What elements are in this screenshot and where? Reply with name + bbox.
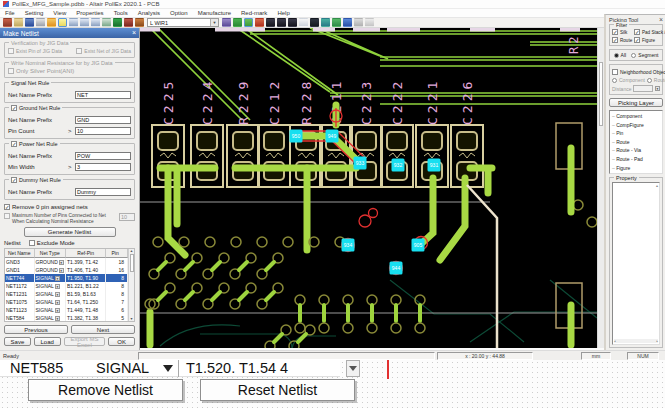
fill-color-icon[interactable] <box>47 18 56 27</box>
menu-analysis[interactable]: Analysis <box>133 9 165 17</box>
display-teal-icon[interactable] <box>321 18 330 27</box>
via[interactable]: 950 <box>290 130 303 143</box>
net-type-dropdown-icon[interactable]: ▾ <box>59 260 64 265</box>
picking-list-item[interactable]: Figure <box>612 164 662 173</box>
photo-view-icon[interactable] <box>135 18 144 27</box>
reset-netlist-button[interactable]: Reset Netlist <box>200 379 355 401</box>
picking-list-item[interactable]: Pin <box>612 129 662 138</box>
collapse-icon[interactable]: ▴ <box>656 183 658 188</box>
checkbox-exclude-mode[interactable] <box>29 240 35 246</box>
netlist-row[interactable]: GND3GROUND▾T1.399, T1.4218 <box>5 258 128 266</box>
col-header-pin-count[interactable]: Pin Count <box>106 249 128 258</box>
menu-file[interactable]: File <box>0 9 20 17</box>
checkbox-only-silver-point[interactable] <box>8 68 14 74</box>
checkbox-ground-rule[interactable]: ✓ <box>11 105 17 111</box>
netlist-row[interactable]: NET1075SIGNAL▾T1.64, T1.2507 <box>5 298 128 306</box>
checkbox-pad-stack-pin[interactable]: ✓ <box>634 29 640 35</box>
net-type-dropdown-icon[interactable]: ▾ <box>55 292 60 297</box>
via[interactable]: 934 <box>342 239 355 252</box>
menu-help[interactable]: Help <box>272 9 294 17</box>
close-icon[interactable]: × <box>659 16 663 24</box>
magnified-netlist-row[interactable]: NET585 SIGNAL T1.520. T1.54 4 <box>0 360 340 377</box>
via[interactable]: 944 <box>390 262 403 275</box>
generate-netlist-button[interactable]: Generate Netlist <box>24 227 116 237</box>
picking-list-item[interactable]: Route - Pad <box>612 155 662 164</box>
via[interactable]: 949 <box>326 130 339 143</box>
ok-button[interactable]: OK <box>108 337 135 346</box>
via[interactable]: 933 <box>354 157 367 170</box>
previous-button[interactable]: Previous <box>4 325 68 334</box>
distance-dropdown-icon[interactable]: ▾ <box>655 86 660 91</box>
close-icon[interactable]: × <box>132 29 136 37</box>
open-project-icon[interactable] <box>3 18 12 27</box>
display-bottom-icon[interactable] <box>244 18 253 27</box>
radio-segment[interactable] <box>631 53 636 58</box>
net-type-dropdown-icon[interactable]: ▾ <box>55 316 60 321</box>
checkbox-silk[interactable]: ✓ <box>612 29 618 35</box>
checkbox-exist-net[interactable] <box>76 48 82 54</box>
chevron-down-icon[interactable]: ▼ <box>210 19 218 26</box>
picking-list-item[interactable]: Route <box>612 138 662 147</box>
save-icon[interactable] <box>25 18 34 27</box>
remove-netlist-button[interactable]: Remove Netlist <box>28 379 183 401</box>
zoom-in-icon[interactable] <box>69 18 78 27</box>
distance-input[interactable] <box>633 85 653 92</box>
col-header-ref-pin[interactable]: Ref-Pin <box>66 249 106 258</box>
menu-tools[interactable]: Tools <box>109 9 133 17</box>
print-icon[interactable] <box>36 18 45 27</box>
zoom-window-icon[interactable] <box>91 18 100 27</box>
radio-component[interactable] <box>612 78 617 83</box>
net-browser-icon[interactable] <box>222 18 231 27</box>
netlist-row[interactable]: NET1172SIGNAL▾B1.221, B1.228 <box>5 282 128 290</box>
zoom-out-icon[interactable] <box>80 18 89 27</box>
via[interactable]: 932 <box>392 159 405 172</box>
menu-properties[interactable]: Properties <box>71 9 108 17</box>
make-netlist-titlebar[interactable]: Make Netlist × <box>0 28 139 38</box>
layer-dark3-icon[interactable] <box>288 18 297 27</box>
max-pins-input[interactable]: 10 <box>119 213 135 221</box>
power-min-width-input[interactable]: 3 <box>75 163 131 171</box>
open-folder-icon[interactable] <box>14 18 23 27</box>
save-button[interactable]: Save <box>4 337 31 346</box>
checkbox-neighborhood[interactable] <box>612 69 618 75</box>
layer-combo[interactable]: L WIR1▼ <box>147 18 219 27</box>
menu-view[interactable]: View <box>48 9 71 17</box>
display-red-icon[interactable] <box>255 18 264 27</box>
pan-icon[interactable] <box>102 18 111 27</box>
picking-layer-button[interactable]: Picking Layer <box>609 98 663 107</box>
menu-manufacture[interactable]: Manufacture <box>193 9 236 17</box>
canvas-scrollbar[interactable] <box>597 28 604 348</box>
checkbox-remove-zero-pin[interactable]: ✓ <box>4 204 10 210</box>
layer-dark2-icon[interactable] <box>277 18 286 27</box>
display-green-icon[interactable] <box>332 18 341 27</box>
via[interactable]: 905 <box>412 239 425 252</box>
property-hscrollbar[interactable]: ◂▸ <box>614 339 658 343</box>
scroll-up-icon[interactable]: ▲ <box>130 249 133 253</box>
checkbox-route[interactable]: ✓ <box>612 37 618 43</box>
col-header-net-name[interactable]: Net Name <box>5 249 35 258</box>
net-type-dropdown-icon[interactable]: ▾ <box>55 308 60 313</box>
measure-icon[interactable] <box>365 18 374 27</box>
radio-route[interactable] <box>647 78 652 83</box>
netlist-row[interactable]: GND1GROUND▾T1.406, T1.4016 <box>5 266 128 274</box>
net-type-dropdown-icon[interactable]: ▾ <box>55 276 60 281</box>
picking-list-item[interactable]: Component <box>612 112 662 121</box>
export-excel-button[interactable]: Export MS Excel <box>64 337 106 346</box>
netlist-row[interactable]: NET1123SIGNAL▾T1.449, T1.486 <box>5 306 128 314</box>
radio-all[interactable] <box>614 53 619 58</box>
load-button[interactable]: Load <box>34 337 61 346</box>
signal-prefix-input[interactable]: NET <box>75 91 131 99</box>
net-type-dropdown-icon[interactable]: ▾ <box>59 268 64 273</box>
netlist-row[interactable]: NET744SIGNAL▾T1.950, T1.908 <box>5 274 128 282</box>
menu-option[interactable]: Option <box>165 9 193 17</box>
checkbox-power-rule[interactable]: ✓ <box>11 141 17 147</box>
layer-dark4-icon[interactable] <box>310 18 319 27</box>
menu-setting[interactable]: Setting <box>20 9 49 17</box>
display-top-icon[interactable] <box>233 18 242 27</box>
picking-list-item[interactable]: Route - Via <box>612 146 662 155</box>
net-type-dropdown-icon[interactable]: ▾ <box>55 284 60 289</box>
checkbox-figure[interactable]: ✓ <box>634 37 640 43</box>
magnified-scroll-button[interactable] <box>346 360 360 377</box>
scroll-down-icon[interactable]: ▼ <box>130 317 133 321</box>
checkbox-dummy-rule[interactable]: ✓ <box>11 177 17 183</box>
